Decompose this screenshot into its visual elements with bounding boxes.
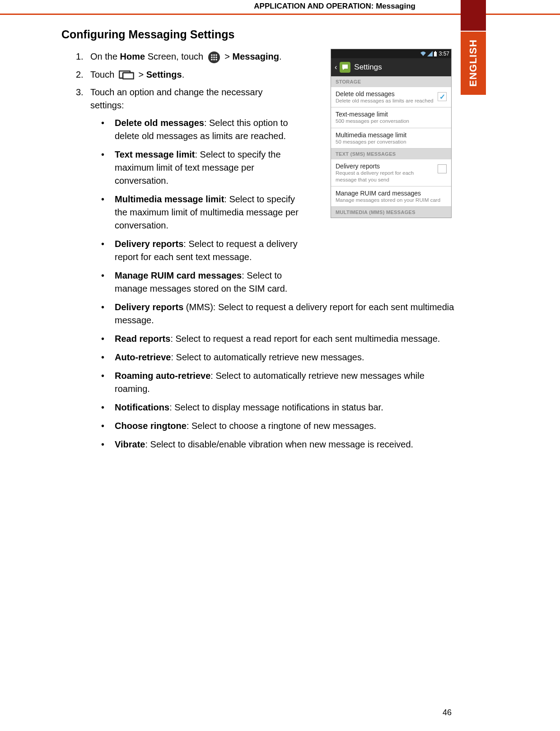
bullet-term: Read reports	[115, 334, 170, 344]
bullet-term: Delete old messages	[115, 118, 204, 128]
list-item: • Notifications: Select to display messa…	[98, 401, 459, 414]
signal-icon	[427, 51, 433, 56]
phone-item-ruim[interactable]: Manage RUIM card messages Manage message…	[331, 186, 451, 207]
svg-rect-13	[435, 51, 436, 52]
bullet-marker: •	[98, 369, 115, 396]
corner-block	[461, 0, 486, 31]
svg-point-3	[215, 54, 217, 56]
phone-item-title: Text-message limit	[336, 111, 444, 118]
svg-point-5	[213, 56, 215, 58]
bullet-marker: •	[98, 332, 115, 345]
phone-item-sub: Delete old messages as limits are reache…	[336, 98, 435, 104]
battery-icon	[434, 51, 437, 56]
phone-section-storage: STORAGE	[331, 76, 451, 87]
bullet-marker: •	[98, 301, 115, 327]
phone-item-sub: 500 messages per conversation	[336, 118, 444, 124]
list-item: • Auto-retrieve: Select to automatically…	[98, 351, 459, 364]
list-item: • Roaming auto-retrieve: Select to autom…	[98, 369, 459, 396]
phone-item-sub: 50 messages per conversation	[336, 139, 444, 145]
svg-point-7	[211, 59, 213, 61]
list-item: • Choose ringtone: Select to choose a ri…	[98, 419, 459, 433]
phone-item-text-limit[interactable]: Text-message limit 500 messages per conv…	[331, 107, 451, 128]
svg-point-1	[211, 54, 213, 56]
phone-page-title: Settings	[354, 63, 382, 72]
phone-item-title: Delete old messages	[336, 90, 435, 98]
phone-title-bar[interactable]: ‹ Settings	[331, 58, 451, 76]
phone-item-title: Delivery reports	[336, 163, 435, 170]
bullet-term: Notifications	[115, 402, 169, 412]
list-item: • Read reports: Select to request a read…	[98, 332, 459, 345]
text: Screen, touch	[145, 51, 206, 61]
bullet-term: Auto-retrieve	[115, 352, 171, 362]
language-tab: ENGLISH	[461, 32, 486, 95]
bullet-marker: •	[98, 351, 115, 364]
step-number: 1.	[76, 50, 90, 64]
bullet-term: Vibrate	[115, 439, 145, 449]
bullet-term: Delivery reports	[115, 302, 183, 312]
phone-item-title: Manage RUIM card messages	[336, 190, 444, 197]
step-body: On the Home Screen, touch > Messaging.	[90, 50, 285, 64]
bullet-desc: : Select to automatically retrieve new m…	[171, 352, 364, 362]
bullet-marker: •	[98, 193, 115, 232]
phone-item-sub: Manage messages stored on your RUIM card	[336, 197, 444, 203]
recent-apps-icon	[119, 70, 134, 79]
svg-point-6	[215, 56, 217, 58]
phone-screenshot: 3:57 ‹ Settings STORAGE Delete old messa…	[331, 49, 452, 218]
wifi-icon	[420, 51, 426, 56]
step-number: 3.	[76, 86, 90, 112]
list-item: • Delivery reports: Select to request a …	[98, 237, 459, 264]
page-number: 46	[443, 708, 452, 717]
svg-point-2	[213, 54, 215, 56]
bullet-term: Multimedia message limit	[115, 194, 224, 204]
text: .	[182, 70, 185, 79]
text-bold: Messaging	[233, 51, 279, 61]
bullet-desc: : Select to display message notification…	[169, 402, 383, 412]
status-icons	[420, 51, 437, 56]
bullet-marker: •	[98, 269, 115, 295]
section-title: Configuring Messaging Settings	[61, 28, 459, 41]
checkbox-checked-icon[interactable]: ✓	[438, 92, 447, 101]
bullet-term: Delivery reports	[115, 239, 183, 249]
svg-point-9	[215, 59, 217, 61]
phone-item-delete-old[interactable]: Delete old messages Delete old messages …	[331, 87, 451, 107]
bullet-marker: •	[98, 116, 115, 143]
svg-point-8	[213, 59, 215, 61]
phone-time: 3:57	[439, 51, 449, 57]
svg-rect-11	[123, 73, 134, 79]
bullet-term: Roaming auto-retrieve	[115, 371, 210, 381]
list-item: • Manage RUIM card messages: Select to m…	[98, 269, 459, 295]
text: >	[136, 70, 146, 79]
apps-grid-icon	[208, 51, 220, 64]
bullet-desc: : Select to request a read report for ea…	[170, 334, 440, 344]
list-item: • Delivery reports (MMS): Select to requ…	[98, 301, 459, 327]
phone-item-sub: Request a delivery report for each messa…	[336, 170, 435, 183]
text: On the	[90, 51, 120, 61]
bullet-marker: •	[98, 438, 115, 451]
text: >	[222, 51, 233, 61]
breadcrumb: APPLICATION AND OPERATION: Messaging	[254, 2, 415, 11]
bullet-desc: : Select to choose a ringtone of new mes…	[187, 421, 376, 431]
svg-rect-12	[434, 52, 437, 56]
step-body: Touch an option and change the necessary…	[90, 86, 285, 112]
bullet-marker: •	[98, 237, 115, 264]
phone-item-mms-limit[interactable]: Multimedia message limit 50 messages per…	[331, 128, 451, 149]
phone-section-sms: TEXT (SMS) MESSAGES	[331, 149, 451, 159]
phone-item-delivery-reports[interactable]: Delivery reports Request a delivery repo…	[331, 159, 451, 186]
bullet-marker: •	[98, 419, 115, 433]
messaging-app-icon	[340, 62, 350, 73]
bullet-desc: : Select to disable/enable vibration whe…	[145, 439, 413, 449]
text-bold: Home	[120, 51, 145, 61]
checkbox-unchecked-icon[interactable]	[438, 164, 447, 173]
bullet-marker: •	[98, 401, 115, 414]
step-number: 2.	[76, 68, 90, 81]
phone-status-bar: 3:57	[331, 49, 451, 58]
text: Touch	[90, 70, 117, 79]
bullet-term: Text message limit	[115, 149, 195, 159]
bullet-term: Manage RUIM card messages	[115, 270, 242, 280]
text: .	[279, 51, 282, 61]
bullet-term: Choose ringtone	[115, 421, 187, 431]
bullet-marker: •	[98, 148, 115, 187]
back-icon[interactable]: ‹	[335, 63, 337, 71]
phone-section-mms: MULTIMEDIA (MMS) MESSAGES	[331, 207, 451, 218]
text-bold: Settings	[146, 70, 182, 79]
